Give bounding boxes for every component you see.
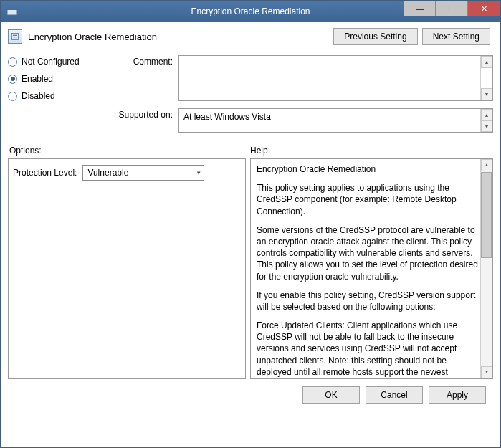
svg-rect-1: [7, 8, 17, 10]
radio-label: Enabled: [22, 74, 53, 84]
options-section-label: Options:: [8, 146, 250, 156]
apply-button[interactable]: Apply: [429, 386, 486, 404]
protection-level-select[interactable]: Vulnerable ▾: [82, 165, 204, 181]
maximize-button[interactable]: ☐: [436, 1, 468, 16]
radio-disabled[interactable]: Disabled: [8, 91, 101, 101]
radio-label: Disabled: [22, 91, 55, 101]
supported-scrollbar[interactable]: ▴ ▾: [480, 109, 492, 132]
help-text: Encryption Oracle Remediation: [257, 163, 479, 175]
minimize-button[interactable]: —: [404, 1, 436, 16]
radio-icon: [8, 75, 17, 84]
cancel-button[interactable]: Cancel: [366, 386, 423, 404]
options-pane: Protection Level: Vulnerable ▾: [8, 158, 246, 379]
help-text: This policy setting applies to applicati…: [257, 182, 479, 217]
radio-label: Not Configured: [22, 57, 80, 67]
protection-level-label: Protection Level:: [13, 168, 77, 178]
radio-enabled[interactable]: Enabled: [8, 74, 101, 84]
radio-icon: [8, 57, 17, 67]
next-setting-button[interactable]: Next Setting: [422, 28, 490, 45]
scroll-up-icon[interactable]: ▴: [481, 159, 492, 171]
help-text: Force Updated Clients: Client applicatio…: [257, 320, 479, 379]
comment-scrollbar[interactable]: ▴ ▾: [480, 56, 492, 100]
scroll-down-icon[interactable]: ▾: [481, 88, 492, 100]
help-text: If you enable this policy setting, CredS…: [257, 290, 479, 313]
state-radio-group: Not Configured Enabled Disabled: [8, 55, 101, 140]
chevron-down-icon: ▾: [197, 169, 201, 176]
supported-on-label: Supported on:: [114, 108, 178, 120]
app-icon: [6, 6, 18, 17]
policy-icon: [8, 29, 22, 44]
scroll-up-icon[interactable]: ▴: [481, 56, 492, 68]
titlebar[interactable]: Encryption Oracle Remediation — ☐ ✕: [1, 1, 500, 22]
previous-setting-button[interactable]: Previous Setting: [333, 28, 417, 45]
radio-icon: [8, 92, 17, 101]
help-scrollbar[interactable]: ▴ ▾: [480, 159, 492, 378]
svg-rect-4: [13, 37, 17, 37]
policy-title: Encryption Oracle Remediation: [28, 32, 157, 42]
scroll-up-icon[interactable]: ▴: [481, 109, 492, 120]
comment-input[interactable]: ▴ ▾: [178, 55, 493, 101]
ok-button[interactable]: OK: [302, 386, 360, 404]
close-button[interactable]: ✕: [468, 1, 500, 16]
scroll-down-icon[interactable]: ▾: [481, 366, 492, 378]
help-section-label: Help:: [250, 146, 493, 156]
scroll-down-icon[interactable]: ▾: [481, 120, 492, 132]
supported-on-value: At least Windows Vista: [183, 112, 271, 122]
supported-on-value-box: At least Windows Vista ▴ ▾: [178, 108, 493, 133]
radio-not-configured[interactable]: Not Configured: [8, 57, 101, 67]
help-pane: Encryption Oracle Remediation This polic…: [250, 158, 493, 379]
protection-level-value: Vulnerable: [87, 168, 128, 178]
help-text: Some versions of the CredSSP protocol ar…: [257, 224, 479, 282]
comment-label: Comment:: [114, 55, 178, 67]
svg-rect-3: [13, 35, 17, 36]
